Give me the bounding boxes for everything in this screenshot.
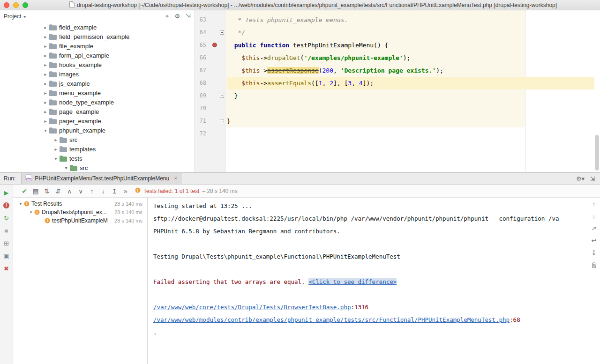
chevron-down-icon[interactable]: ▾ — [63, 165, 69, 171]
close-window-button[interactable] — [4, 2, 9, 8]
chevron-right-icon[interactable]: ▸ — [42, 81, 49, 86]
run-toolbar: ✔▤⇅⇵∧∨↑↓↥» ! Tests failed: 1 of 1 test –… — [13, 185, 600, 198]
project-tree-item[interactable]: ▸file_example — [0, 41, 195, 51]
toggle-auto-test-icon[interactable]: ↻ — [2, 214, 11, 222]
project-tree-item[interactable]: ▸hooks_example — [0, 60, 195, 69]
rerun-test-icon[interactable]: ▶ — [2, 188, 11, 197]
chevron-right-icon[interactable]: ▸ — [52, 147, 59, 152]
hide-panel-icon[interactable]: ⇲ — [590, 175, 595, 182]
up-stack-trace-icon[interactable]: ↑ — [590, 200, 598, 208]
chevron-down-icon[interactable]: ▾ — [42, 128, 49, 133]
project-tree-item[interactable]: ▾phpunit_example — [0, 126, 195, 135]
hide-panel-icon[interactable]: ⇲ — [186, 13, 191, 20]
chevron-down-icon[interactable]: ▾ — [52, 156, 59, 161]
fold-marker-icon[interactable] — [220, 119, 224, 123]
project-tree-item[interactable]: ▸field_permission_example — [0, 32, 195, 41]
project-tree-item[interactable]: ▸templates — [0, 144, 195, 154]
restore-layout-icon[interactable]: ⊞ — [2, 239, 11, 247]
chevron-right-icon[interactable]: ▸ — [42, 53, 49, 58]
folder-icon — [49, 90, 57, 96]
code-line[interactable]: } — [227, 115, 600, 127]
failed-test-gutter-icon[interactable] — [212, 43, 217, 47]
code-line[interactable]: */ — [227, 26, 600, 39]
folder-icon — [60, 137, 67, 143]
run-console[interactable]: Testing started at 13:25 ...sftp://docke… — [148, 198, 600, 364]
project-tree-item[interactable]: ▸menu_example — [0, 88, 195, 97]
rerun-failed-tests-icon[interactable]: ! — [2, 201, 11, 209]
gutter-line: 70 — [195, 102, 225, 115]
more-options-icon[interactable]: » — [120, 186, 131, 196]
fold-marker-icon[interactable] — [220, 94, 224, 98]
project-tree-item[interactable]: ▸js_example — [0, 79, 195, 88]
code-line[interactable]: public function testPhpUnitExampleMenu()… — [227, 39, 600, 52]
sort-by-duration-icon[interactable]: ⇵ — [52, 186, 64, 196]
chevron-down-icon[interactable]: ▾ — [18, 201, 23, 206]
project-tree-item[interactable]: ▾tests — [0, 154, 195, 163]
console-link[interactable]: /var/www/web/modules/contrib/examples/ph… — [153, 316, 510, 323]
fold-marker-icon[interactable] — [220, 30, 224, 35]
chevron-right-icon[interactable]: ▸ — [42, 119, 49, 124]
soft-wrap-icon[interactable]: ↩ — [590, 237, 598, 244]
sort-alphabetically-icon[interactable]: ⇅ — [41, 186, 52, 196]
test-tree-item[interactable]: ▾!Drupal\Tests\phpunit_ex...28 s 140 ms — [13, 208, 147, 216]
line-number: 68 — [195, 77, 206, 89]
stop-icon[interactable]: ■ — [2, 226, 11, 235]
chevron-down-icon[interactable]: ▾ — [28, 210, 34, 215]
pin-tab-icon[interactable]: ▣ — [2, 252, 11, 260]
chevron-right-icon[interactable]: ▸ — [42, 44, 49, 49]
code-line[interactable]: $this->assertEquals([1, 2], [3, 4]); — [227, 77, 594, 89]
previous-failed-test-icon[interactable]: ↑ — [86, 186, 98, 196]
clear-console-icon[interactable] — [590, 261, 598, 268]
collapse-all-icon[interactable]: ∧ — [64, 186, 75, 196]
project-tree-item[interactable]: ▸pager_example — [0, 116, 195, 126]
chevron-right-icon[interactable]: ▸ — [42, 34, 49, 39]
svg-text:!: ! — [47, 218, 48, 223]
console-link[interactable]: <Click to see difference> — [308, 278, 397, 285]
settings-icon[interactable]: ⚙▾ — [576, 175, 585, 182]
chevron-right-icon[interactable]: ▸ — [42, 109, 49, 114]
chevron-right-icon[interactable]: ▸ — [42, 62, 49, 67]
code-line[interactable] — [227, 127, 600, 140]
expand-all-icon[interactable]: ∨ — [75, 186, 86, 196]
project-tree-item[interactable]: ▸images — [0, 69, 195, 79]
project-tree-item[interactable]: ▾src — [0, 163, 195, 172]
folder-icon — [49, 43, 57, 49]
close-tab-icon[interactable]: × — [174, 175, 177, 182]
project-tree-item[interactable]: ▸page_example — [0, 107, 195, 116]
code-line[interactable] — [227, 102, 600, 115]
chevron-right-icon[interactable]: ▸ — [42, 100, 49, 105]
project-tree-item[interactable]: ▸node_type_example — [0, 97, 195, 107]
test-tree-item[interactable]: !testPhpUnitExampleM28 s 140 ms — [13, 216, 147, 225]
code-line[interactable]: $this->assertResponse(200, 'Description … — [227, 64, 600, 77]
show-ignored-icon[interactable]: ▤ — [30, 186, 41, 196]
zoom-window-button[interactable] — [22, 2, 28, 8]
chevron-right-icon[interactable]: ▸ — [42, 72, 49, 77]
code-line[interactable]: $this->drupalGet('/examples/phpunit-exam… — [227, 52, 600, 64]
jump-to-source-icon[interactable]: ↗ — [590, 224, 598, 232]
code-line[interactable]: * Tests phpunit_example menus. — [227, 14, 600, 26]
settings-icon[interactable]: ⚙ — [174, 13, 180, 20]
hide-passed-icon[interactable]: ✔ — [19, 186, 30, 196]
minimize-window-button[interactable] — [13, 2, 19, 8]
project-tree-item[interactable]: ▸field_example — [0, 22, 195, 32]
test-tree-item[interactable]: ▾!Test Results28 s 140 ms — [13, 200, 147, 208]
project-panel-title[interactable]: Project — [4, 13, 21, 20]
scroll-to-end-icon[interactable]: ↧ — [590, 249, 598, 256]
chevron-right-icon[interactable]: ▸ — [42, 90, 49, 96]
code-line[interactable]: } — [227, 89, 600, 102]
run-tab[interactable]: php PHPUnitExampleMenuTest.testPhpUnitEx… — [21, 173, 181, 184]
down-stack-trace-icon[interactable]: ↓ — [590, 212, 598, 220]
console-line: Failed asserting that two arrays are equ… — [153, 275, 588, 288]
scroll-from-source-icon[interactable]: ⌖ — [165, 13, 169, 20]
import-test-results-icon[interactable]: ↥ — [109, 186, 120, 196]
project-tree-item[interactable]: ▸form_api_example — [0, 51, 195, 60]
next-failed-test-icon[interactable]: ↓ — [98, 186, 109, 196]
project-tree-item[interactable]: ▸src — [0, 135, 195, 144]
close-icon[interactable]: ✖ — [2, 264, 11, 273]
code-editor[interactable]: * Tests phpunit_example menus. */ public… — [226, 10, 600, 172]
editor-scrollbar[interactable] — [595, 135, 599, 171]
chevron-right-icon[interactable]: ▸ — [52, 137, 59, 142]
chevron-right-icon[interactable]: ▸ — [42, 25, 49, 30]
folder-icon — [60, 156, 67, 162]
console-link[interactable]: /var/www/web/core/tests/Drupal/Tests/Bro… — [153, 304, 351, 311]
